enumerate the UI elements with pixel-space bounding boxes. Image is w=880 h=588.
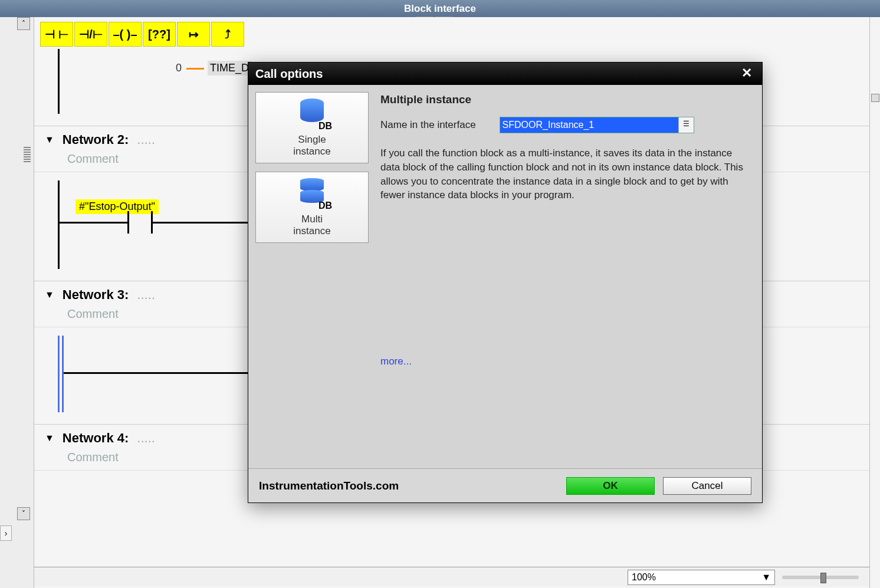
power-rail-icon [58, 180, 60, 269]
network-3-title: Network 3: [63, 287, 129, 303]
dialog-footer: InstrumentationTools.com OK Cancel [248, 468, 762, 502]
more-link[interactable]: more... [380, 356, 412, 367]
ok-button[interactable]: OK [566, 477, 655, 495]
multi-instance-description: If you call the function block as a mult… [380, 146, 746, 202]
header-title: Block interface [404, 3, 476, 14]
db-single-icon: DB [294, 98, 330, 130]
call-options-dialog: Call options ✕ DB Single instance DB [248, 62, 763, 503]
single-instance-label-2: instance [293, 146, 330, 157]
right-gutter [869, 17, 880, 588]
network-3-subtitle: ..... [137, 287, 155, 303]
zoom-slider[interactable] [782, 576, 859, 579]
tool-no-contact[interactable]: ⊣ ⊢ [40, 22, 73, 47]
multi-instance-label-1: Multi [301, 213, 323, 225]
network-2-title: Network 2: [63, 132, 129, 147]
gutter-grip-icon [24, 147, 31, 163]
dialog-titlebar[interactable]: Call options ✕ [248, 63, 762, 85]
dialog-heading: Multiple instance [380, 93, 751, 106]
zoom-select[interactable]: 100% ▼ [628, 570, 775, 585]
close-icon[interactable]: ✕ [738, 65, 755, 82]
collapse-caret-icon[interactable]: ▼ [45, 134, 54, 145]
collapse-caret-icon[interactable]: ▼ [45, 433, 54, 444]
selected-power-rail-icon [58, 336, 64, 412]
dialog-title-text: Call options [255, 67, 323, 81]
tool-branch-open[interactable]: ↦ [177, 22, 210, 47]
browse-instance-button[interactable]: ☰ [678, 117, 694, 133]
tool-coil[interactable]: –( )– [109, 22, 142, 47]
left-gutter: ˄ ˅ › [0, 17, 34, 588]
contact-tag-estop[interactable]: #"Estop-Output" [75, 199, 159, 214]
name-label: Name in the interface [380, 119, 476, 131]
network-4-title: Network 4: [63, 431, 129, 446]
wire-icon [60, 222, 127, 224]
tool-empty-box[interactable]: [??] [143, 22, 176, 47]
expand-tab[interactable]: › [0, 525, 12, 541]
param-connector-icon [186, 68, 204, 70]
instance-option-list: DB Single instance DB Multi instance [253, 90, 371, 464]
ladder-toolbar: ⊣ ⊢ ⊣/⊢ –( )– [??] ↦ ⤴ [34, 17, 869, 49]
multi-instance-option[interactable]: DB Multi instance [255, 172, 369, 243]
watermark-text: InstrumentationTools.com [259, 479, 399, 492]
single-instance-label-1: Single [298, 134, 326, 145]
single-instance-option[interactable]: DB Single instance [255, 92, 369, 163]
power-rail-icon [58, 49, 60, 114]
network-4-subtitle: ..... [137, 431, 155, 446]
name-input-wrap: ☰ [500, 117, 694, 133]
tool-branch-close[interactable]: ⤴ [211, 22, 244, 47]
time-block-label[interactable]: TIME_D [208, 61, 251, 75]
cancel-button[interactable]: Cancel [663, 477, 751, 495]
collapse-caret-icon[interactable]: ▼ [45, 290, 54, 300]
db-multi-icon: DB [294, 178, 330, 210]
right-gutter-handle[interactable] [871, 94, 879, 102]
tool-nc-contact[interactable]: ⊣/⊢ [74, 22, 107, 47]
scroll-up-button[interactable]: ˄ [17, 17, 30, 30]
wire-icon [64, 372, 252, 374]
chevron-down-icon: ▼ [761, 572, 771, 583]
zoom-bar: 100% ▼ [34, 567, 869, 587]
block-interface-header: Block interface ▴ ▾ [0, 0, 880, 17]
zoom-value: 100% [632, 572, 656, 583]
scroll-down-button[interactable]: ˅ [17, 507, 30, 520]
param-zero: 0 [176, 62, 182, 74]
interface-name-input[interactable] [500, 117, 678, 133]
network-2-subtitle: ..... [137, 132, 155, 147]
multi-instance-label-2: instance [293, 225, 330, 236]
no-contact-left-icon [127, 211, 129, 234]
dialog-content: Multiple instance Name in the interface … [375, 90, 757, 464]
